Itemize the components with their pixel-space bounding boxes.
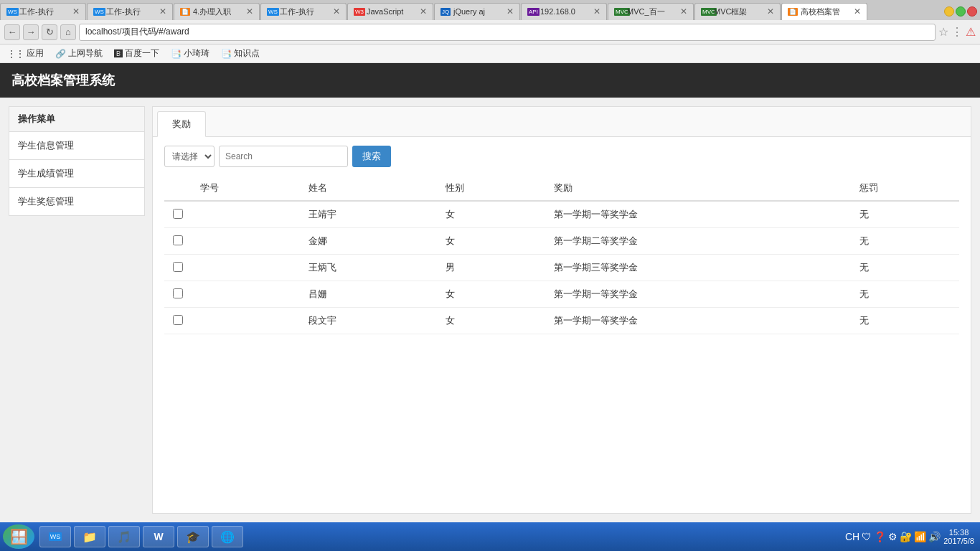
search-category-select[interactable]: 请选择 学号 姓名 性别 奖励 [164,146,215,167]
col-punishment: 惩罚 [851,176,959,201]
tab-label: 高校档案管 [801,6,851,17]
bookmark-apps[interactable]: ⋮⋮ 应用 [4,47,47,60]
browser-tab-t1[interactable]: WS工作-执行✕ [0,3,86,20]
nav-label: 上网导航 [68,47,103,60]
tab-icon: MVC [701,6,711,17]
star-icon[interactable]: ☆ [938,25,948,39]
tab-label: jQuery aj [453,7,504,16]
app-title: 高校档案管理系统 [11,72,115,89]
cell-gender-3: 女 [437,281,545,308]
browser-tab-t6[interactable]: JQjQuery aj✕ [434,3,520,20]
browser-tab-t4[interactable]: WS工作-执行✕ [260,3,347,20]
tab-label: 4.办理入职 [193,6,243,17]
forward-button[interactable]: → [23,24,39,40]
cell-award-2: 第一学期三等奖学金 [545,255,851,281]
tab-icon: API [527,6,537,17]
clock-date: 2017/5/8 [943,537,974,545]
cell-id-4 [192,308,300,334]
row-checkbox-3[interactable] [173,288,183,298]
cell-gender-4: 女 [437,308,545,334]
cell-punishment-2: 无 [851,255,959,281]
tab-close-icon[interactable]: ✕ [593,6,600,17]
row-checkbox-4[interactable] [173,315,183,325]
tab-close-icon[interactable]: ✕ [246,6,253,17]
address-bar: ← → ↻ ⌂ ☆ ⋮ ⚠ [0,20,980,44]
baidu-icon: 🅱 [114,49,123,59]
cell-name-1: 金娜 [300,228,436,255]
browser-tab-t10[interactable]: 📄高校档案管✕ [781,3,867,20]
browser-tab-t5[interactable]: W3JavaScript✕ [347,3,433,20]
cell-award-4: 第一学期一等奖学金 [545,308,851,334]
sidebar-item-student-info[interactable]: 学生信息管理 [9,132,145,160]
table-row: 吕姗 女 第一学期一等奖学金 无 [164,281,959,308]
tab-icon: WS [93,6,103,17]
row-checkbox-0[interactable] [173,209,183,219]
search-input[interactable] [219,146,348,167]
cell-award-0: 第一学期一等奖学金 [545,201,851,228]
tab-close-icon[interactable]: ✕ [507,6,514,17]
table-row: 王靖宇 女 第一学期一等奖学金 无 [164,201,959,228]
tab-close-icon[interactable]: ✕ [854,6,861,17]
tab-close-icon[interactable]: ✕ [72,6,80,17]
data-table: 学号 姓名 性别 奖励 惩罚 王靖宇 女 第一学期一等奖学金 无 金娜 [164,176,959,334]
minimize-button[interactable] [944,6,954,17]
row-checkbox-1[interactable] [173,235,183,245]
folder-icon: 📁 [83,530,97,544]
tab-close-icon[interactable]: ✕ [159,6,166,17]
bookmark-knowledge[interactable]: 📑 知识点 [218,47,263,60]
tab-close-icon[interactable]: ✕ [680,6,687,17]
table-body: 王靖宇 女 第一学期一等奖学金 无 金娜 女 第一学期二等奖学金 无 王炳飞 男… [164,201,959,334]
sidebar-item-student-awards[interactable]: 学生奖惩管理 [9,188,145,216]
cell-id-2 [192,255,300,281]
bookmark-nav[interactable]: 🔗 上网导航 [52,47,105,60]
start-button[interactable]: 🪟 [3,524,34,549]
tab-awards[interactable]: 奖励 [157,111,206,137]
tab-label: JavaScript [367,7,417,16]
col-award: 奖励 [545,176,851,201]
home-button[interactable]: ⌂ [60,24,76,40]
taskbar-folder[interactable]: 📁 [74,526,105,547]
tab-close-icon[interactable]: ✕ [333,6,340,17]
taskbar-word[interactable]: W [143,526,174,547]
refresh-button[interactable]: ↻ [42,24,57,40]
browser-tab-t8[interactable]: MVCMVC_百一✕ [608,3,694,20]
menu-icon[interactable]: ⋮ [951,25,963,39]
tab-close-icon[interactable]: ✕ [767,6,774,17]
browser-tab-t2[interactable]: WS工作-执行✕ [87,3,173,20]
taskbar-browser[interactable]: 🌐 [212,526,243,547]
browser-window: WS工作-执行✕WS工作-执行✕📄4.办理入职✕WS工作-执行✕W3JavaSc… [0,0,980,551]
row-checkbox-2[interactable] [173,262,183,272]
cell-gender-0: 女 [437,201,545,228]
cell-id-1 [192,228,300,255]
col-checkbox [164,176,192,201]
close-button[interactable] [967,6,977,17]
col-gender: 性别 [437,176,545,201]
apps-icon: ⋮⋮ [7,49,24,59]
search-button[interactable]: 搜索 [352,146,391,167]
bookmark-baidu[interactable]: 🅱 百度一下 [111,47,162,60]
sidebar-item-student-grades[interactable]: 学生成绩管理 [9,160,145,188]
taskbar-system-icons: CH 🛡 ❓ ⚙ 🔐 📶 🔊 [845,531,941,542]
browser-tab-t3[interactable]: 📄4.办理入职✕ [174,3,260,20]
tab-icon: MVC [614,6,624,17]
browser-tab-t9[interactable]: MVCMVC框架✕ [694,3,781,20]
back-button[interactable]: ← [4,24,20,40]
xiaoqi-label: 小琦琦 [184,47,209,60]
search-bar: 请选择 学号 姓名 性别 奖励 搜索 [153,137,971,176]
volume-icon: 🔊 [928,531,941,542]
table-row: 王炳飞 男 第一学期三等奖学金 无 [164,255,959,281]
taskbar-media[interactable]: 🎵 [108,526,140,547]
cell-award-3: 第一学期一等奖学金 [545,281,851,308]
tab-icon: WS [267,6,277,17]
tab-close-icon[interactable]: ✕ [420,6,427,17]
cell-id-3 [192,281,300,308]
tab-icon: 📄 [788,6,798,17]
address-input[interactable] [79,24,936,41]
taskbar-education[interactable]: 🎓 [177,526,209,547]
maximize-button[interactable] [956,6,966,17]
tab-icon: WS [6,6,17,17]
taskbar-ws1[interactable]: WS [39,526,71,547]
bookmark-xiaoqi[interactable]: 📑 小琦琦 [168,47,212,60]
browser-tab-t7[interactable]: API192.168.0✕ [521,3,607,20]
alert-icon: ⚠ [966,25,976,39]
